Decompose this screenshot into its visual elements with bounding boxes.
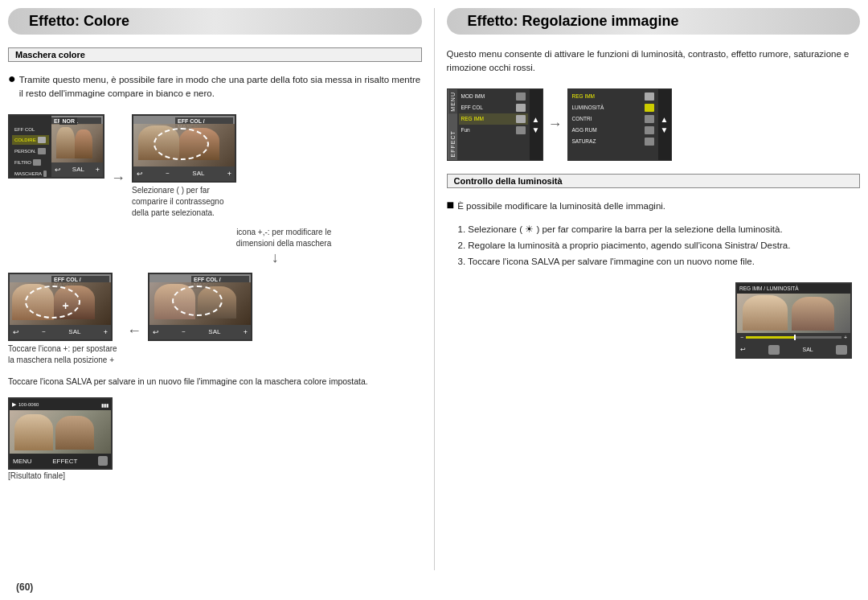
rm-effcol: EFF COL [459, 102, 528, 113]
bright-p1 [743, 295, 788, 331]
fun-icon [516, 126, 526, 134]
rm-regimm: REG IMM [459, 113, 528, 125]
right-intro: Questo menu consente di attivare le funz… [447, 47, 861, 76]
step2: 2. Regolare la luminosità a proprio piac… [458, 239, 861, 253]
screen3-bottom: ↩ − SAL + [10, 325, 111, 339]
rm2-saturaz: SATURAZ [570, 136, 657, 147]
nav-arrows-2[interactable]: ▲ ▼ [658, 89, 671, 160]
menu-row-maschera: MASCHERA [12, 169, 49, 179]
caption2: icona +,-: per modificare le dimensioni … [219, 227, 331, 249]
screen1-photo [51, 124, 103, 162]
screen2-photo [133, 124, 235, 166]
bright-label: REG IMM / LUMINOSITÀ [739, 286, 799, 291]
back-arrow: ↩ [55, 166, 61, 174]
plus-center: + [63, 299, 69, 312]
screen-row-1: EFF COL EFF COL COLDIRE PERSON. [8, 114, 422, 219]
bright-topbar: REG IMM / LUMINOSITÀ [737, 284, 850, 294]
screen3-col: EFF COL / MASCHERA + ↩ − SAL [8, 273, 121, 366]
modimm-icon [516, 92, 526, 101]
screen4-photo [149, 282, 251, 325]
nav-up-2[interactable]: ▲ [661, 115, 669, 124]
final-label: [Risultato finale] [8, 471, 65, 480]
nav-up[interactable]: ▲ [532, 115, 540, 124]
screen3: EFF COL / MASCHERA + ↩ − SAL [8, 273, 113, 341]
right-title: Effetto: Regolazione immagine [468, 13, 679, 30]
screen3-photo: + [10, 282, 111, 325]
coldire-icon [38, 137, 46, 143]
filtro-icon [33, 159, 41, 166]
step1: 1. Selezionare ( ☀ ) per far comparire l… [458, 223, 861, 236]
final-person2 [55, 416, 94, 450]
vertical-labels: MENU EFFECT [448, 89, 457, 160]
left-bullet-text: Tramite questo menu, è possibile fare in… [19, 73, 422, 101]
slider-fill [746, 336, 793, 339]
right-menu-screen1: MENU EFFECT MOD IMM EFF COL REG IMM [447, 88, 543, 161]
arrow-left-1: ← [127, 323, 141, 339]
screen2-col: EFF COL / MASCHERA ↩ − SAL + [132, 114, 236, 219]
bottom-bar: (60) [0, 578, 868, 600]
s2-plus: + [227, 170, 231, 178]
screen2-bottom: ↩ − SAL + [133, 166, 235, 181]
screen2-bg [133, 124, 235, 166]
screen1: EFF COL EFF COL COLDIRE PERSON. [8, 114, 104, 179]
sal-label: SAL [72, 166, 84, 173]
s3-minus: − [42, 328, 46, 335]
rm2-aggrum: AGG RUM [570, 125, 657, 136]
menu-row-filtro: FILTRO [12, 158, 49, 167]
rm2-regimm: REG IMM [570, 91, 657, 102]
circle-mask-2 [154, 128, 209, 160]
regimm-icon [516, 115, 526, 123]
brightness-screen: REG IMM / LUMINOSITÀ − + [735, 282, 852, 359]
person2 [75, 129, 92, 158]
rm2-contri: CONTRI [570, 113, 657, 125]
rm-modimm: MOD IMM [459, 91, 528, 102]
arrow-down-area: icona +,-: per modificare le dimensioni … [219, 227, 331, 266]
menu-row-person: PERSON. [12, 146, 49, 156]
final-counter: 100-0060 [18, 402, 39, 407]
screen3-bg: + [10, 282, 111, 325]
screen1-wrap: EFF COL EFF COL COLDIRE PERSON. [8, 114, 104, 179]
caption4: Toccare l'icona SALVA per salvare in un … [8, 376, 422, 388]
s3-plus: + [104, 328, 108, 336]
brightness-slider: − + [737, 333, 850, 343]
arrow-caption-row: icona +,-: per modificare le dimensioni … [8, 227, 422, 266]
maschera-icon [43, 171, 47, 177]
bright-icon2 [836, 345, 847, 355]
nav-down-2[interactable]: ▼ [661, 125, 669, 134]
s3-back: ↩ [13, 328, 19, 336]
nav-arrows-1[interactable]: ▲ ▼ [530, 89, 542, 160]
effcol-icon [516, 104, 526, 112]
slider-minus: − [740, 335, 743, 340]
right-screen-row: MENU EFFECT MOD IMM EFF COL REG IMM [447, 88, 861, 161]
final-record: ▶ [12, 401, 16, 408]
arrow-right-2: → [548, 116, 563, 133]
person-icon [38, 148, 46, 154]
rm-fun: Fun [459, 125, 528, 136]
screen-final-topbar: ▶ 100-0060 ▮▮▮ [10, 399, 111, 410]
bright-icon1 [768, 345, 780, 355]
brightness-screen-area: REG IMM / LUMINOSITÀ − + [447, 282, 853, 359]
step3: 3. Toccare l'icona SALVA per salvare l'i… [458, 255, 861, 269]
screen1-menu: EFF COL COLDIRE PERSON. FILTRO [10, 116, 51, 177]
nav-down[interactable]: ▼ [532, 125, 540, 134]
final-bg [10, 410, 111, 454]
caption3: Toccare l'icona +: per spostare la masch… [8, 343, 121, 366]
right-menu-screen2: REG IMM LUMINOSITÀ CONTRI AGG RUM [567, 88, 672, 161]
right-title-bar: Effetto: Regolazione immagine [447, 8, 861, 35]
s4-minus: − [182, 328, 186, 335]
bright-back: ↩ [740, 346, 746, 353]
bright-p2 [792, 297, 835, 331]
col-divider [434, 8, 435, 570]
steps-col: 1. Selezionare ( ☀ ) per far comparire l… [458, 223, 861, 269]
bullet-dot: ● [8, 72, 16, 85]
rm2-regimm-icon [645, 92, 654, 101]
bright-bottom: ↩ SAL [737, 343, 850, 357]
final-bottom: MENU EFFECT [10, 454, 111, 468]
circle-mask-3 [25, 286, 80, 318]
arrow-right-1: → [111, 170, 125, 187]
s2-back: ↩ [137, 170, 143, 178]
person1 [56, 127, 74, 158]
left-bullet: ● Tramite questo menu, è possibile fare … [8, 73, 422, 101]
slider-thumb [794, 335, 796, 340]
right-subtitle: Controllo della luminosità [447, 174, 861, 188]
